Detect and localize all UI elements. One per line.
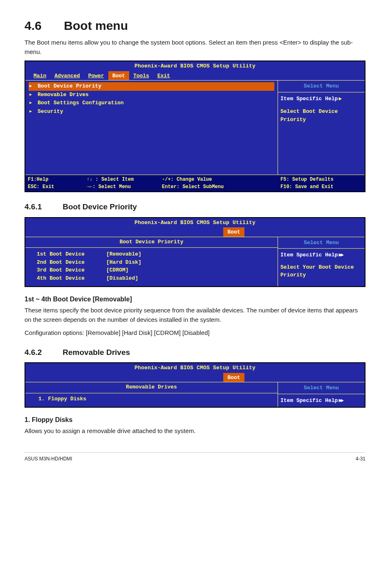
item-boot-device-priority[interactable]: ▶ Boot Device Priority (29, 82, 274, 91)
item-security[interactable]: ▶ Security (29, 108, 274, 116)
help-pane-hint: Select Boot Device Priority (280, 108, 362, 123)
subscreen-title: Boot Device Priority (25, 237, 278, 248)
bios-menubar: Main Advanced Power Boot Tools Exit (25, 71, 365, 81)
row-4th-label[interactable]: 4th Boot Device (37, 274, 106, 283)
triangle-icon: ▶ (338, 96, 341, 102)
footer-leftright: →←: Select Menu (87, 183, 160, 191)
row-4th-value[interactable]: [Disabled] (106, 274, 270, 283)
boot-device-subheading: 1st ~ 4th Boot Device [Removable] (25, 294, 365, 304)
bios-title: Phoenix-Award BIOS CMOS Setup Utility (25, 61, 365, 71)
subscreen-title: Removable Drives (25, 382, 278, 393)
triangle-icon: ▶▶ (338, 397, 343, 404)
item-boot-settings-configuration[interactable]: ▶ Boot Settings Configuration (29, 99, 274, 108)
bios-removable-drives: Phoenix-Award BIOS CMOS Setup Utility Bo… (25, 362, 365, 408)
bios-boot-device-priority: Phoenix-Award BIOS CMOS Setup Utility Bo… (25, 217, 365, 287)
footer-product: ASUS M3N-HD/HDMI (25, 455, 72, 462)
tab-main[interactable]: Main (29, 71, 50, 81)
footer-page-number: 4-31 (356, 455, 365, 462)
footer-f10: F10: Save and Exit (280, 183, 362, 191)
footer-enter: Enter: Select SubMenu (162, 183, 279, 191)
item-label: Boot Settings Configuration (38, 99, 124, 107)
triangle-icon: ▶ (29, 92, 32, 98)
footer-updown: ↑↓ : Select Item (87, 176, 160, 183)
help-pane-title: Select Menu (278, 81, 365, 92)
tab-boot[interactable]: Boot (223, 227, 244, 237)
row-3rd-value[interactable]: [CDROM] (106, 266, 270, 274)
heading-number: 4.6 (25, 16, 61, 35)
help-pane-heading: Item Specific Help (280, 397, 338, 404)
help-pane-heading: Item Specific Help (280, 96, 338, 102)
boot-device-desc-1: These items specify the boot device prio… (25, 306, 365, 324)
tab-boot[interactable]: Boot (223, 373, 244, 382)
item-label: Security (38, 108, 63, 116)
item-label: Removable Drives (38, 91, 89, 99)
tab-exit[interactable]: Exit (153, 71, 174, 81)
section-461-heading: 4.6.1 Boot Device Priority (25, 201, 365, 213)
triangle-icon: ▶ (29, 108, 32, 114)
row-2nd-label[interactable]: 2nd Boot Device (37, 258, 106, 267)
triangle-icon: ▶ (29, 83, 32, 89)
triangle-icon: ▶▶ (338, 252, 343, 258)
footer-f5: F5: Setup Defaults (280, 176, 362, 183)
intro-text: The Boot menu items allow you to change … (25, 38, 365, 56)
footer-f1: F1:Help (28, 176, 85, 183)
help-pane-hint: Select Your Boot Device Priority (280, 263, 362, 279)
section-462-heading: 4.6.2 Removable Drives (25, 347, 365, 359)
section-title: Boot Device Priority (63, 202, 137, 211)
footer-change: -/+: Change Value (162, 176, 279, 183)
floppy-desc: Allows you to assign a removable drive a… (25, 426, 365, 436)
floppy-subheading: 1. Floppy Disks (25, 415, 365, 425)
page-heading: 4.6 Boot menu (25, 16, 365, 35)
footer-esc: ESC: Exit (28, 183, 85, 191)
heading-title: Boot menu (64, 19, 128, 32)
help-pane-title: Select Menu (278, 382, 365, 394)
bios-footer: F1:Help ↑↓ : Select Item -/+: Change Val… (25, 175, 365, 191)
row-1st-label[interactable]: 1st Boot Device (37, 250, 106, 258)
row-2nd-value[interactable]: [Hard Disk] (106, 258, 270, 267)
section-title: Removable Drives (63, 348, 130, 357)
section-number: 4.6.2 (25, 347, 61, 359)
tab-tools[interactable]: Tools (129, 71, 153, 81)
row-3rd-label[interactable]: 3rd Boot Device (37, 266, 106, 274)
help-pane-title: Select Menu (278, 237, 365, 249)
tab-advanced[interactable]: Advanced (50, 71, 84, 81)
item-label: 1. Floppy Disks (38, 395, 86, 403)
tab-boot[interactable]: Boot (108, 71, 129, 81)
bios-boot-menu: Phoenix-Award BIOS CMOS Setup Utility Ma… (25, 61, 365, 192)
tab-power[interactable]: Power (84, 71, 108, 81)
help-pane-heading: Item Specific Help (280, 252, 338, 258)
footer-rule (25, 452, 365, 453)
bios-title: Phoenix-Award BIOS CMOS Setup Utility (25, 218, 365, 228)
boot-device-desc-2: Configuration options: [Removable] [Hard… (25, 328, 365, 338)
item-label: Boot Device Priority (38, 82, 101, 90)
row-1st-value[interactable]: [Removable] (106, 250, 270, 258)
row-floppy-disks[interactable]: 1. Floppy Disks (29, 395, 274, 404)
item-removable-drives[interactable]: ▶ Removable Drives (29, 91, 274, 99)
section-number: 4.6.1 (25, 201, 61, 213)
triangle-icon: ▶ (29, 100, 32, 106)
bios-title: Phoenix-Award BIOS CMOS Setup Utility (25, 363, 365, 373)
